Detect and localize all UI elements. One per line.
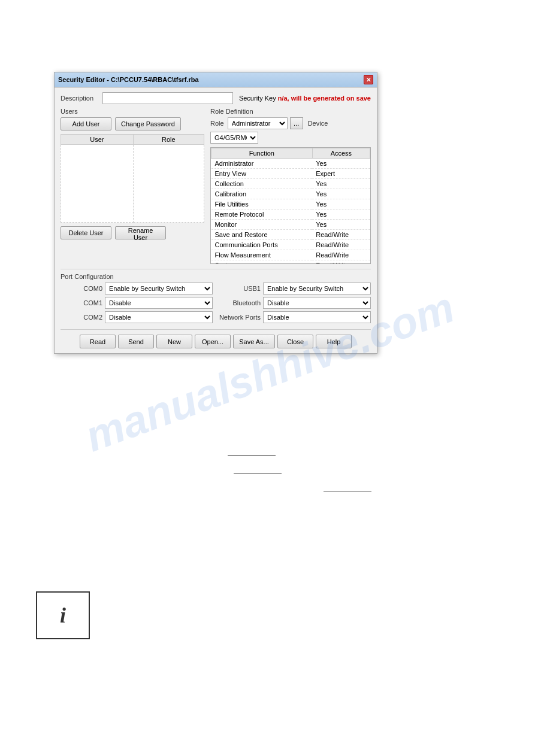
bluetooth-row: Bluetooth Enable by Security SwitchDisab… (219, 297, 371, 309)
access-cell: Read/Write (312, 250, 370, 260)
info-box: i (36, 591, 90, 639)
read-button[interactable]: Read (80, 335, 116, 348)
access-cell: Yes (312, 189, 370, 199)
function-cell: Monitor (211, 220, 313, 230)
role-def-row: Role Administrator ... Device G4/G5/RMC (210, 117, 371, 144)
role-col-header: Role (133, 135, 204, 145)
table-row (61, 145, 204, 223)
usb1-label: USB1 (219, 285, 261, 292)
rename-user-button[interactable]: Rename User (115, 226, 166, 239)
usb1-select[interactable]: Enable by Security SwitchDisableEnable (263, 283, 371, 294)
port-configuration-header: Port Configuration (61, 273, 371, 280)
com1-label: COM1 (61, 299, 102, 306)
help-button[interactable]: Help (316, 335, 352, 348)
save-as-button[interactable]: Save As... (233, 335, 275, 348)
main-columns: Users Add User Change Password User Role (61, 108, 371, 264)
function-row: SystemRead/Write (211, 260, 370, 265)
dialog-titlebar: Security Editor - C:\PCCU7.54\RBAC\tfsrf… (55, 72, 377, 87)
add-user-button[interactable]: Add User (61, 117, 111, 130)
access-cell: Read/Write (312, 230, 370, 240)
com2-row: COM2 Enable by Security SwitchDisableEna… (61, 311, 213, 323)
role-cell (133, 145, 204, 223)
user-buttons: Add User Change Password (61, 117, 204, 130)
dialog-body: Description Security Key n/a, will be ge… (55, 87, 377, 353)
access-cell: Read/Write (312, 260, 370, 265)
action-buttons: Read Send New Open... Save As... Close H… (61, 329, 371, 348)
user-action-buttons: Delete User Rename User (61, 226, 204, 239)
open-button[interactable]: Open... (195, 335, 231, 348)
function-row: AdministratorYes (211, 159, 370, 169)
com0-label: COM0 (61, 285, 102, 292)
usb1-row: USB1 Enable by Security SwitchDisableEna… (219, 283, 371, 294)
function-cell: File Utilities (211, 199, 313, 210)
function-row: CalibrationYes (211, 189, 370, 199)
com1-select[interactable]: Enable by Security SwitchDisableEnable (105, 297, 213, 309)
ellipsis-button[interactable]: ... (290, 117, 303, 129)
function-row: Remote ProtocolYes (211, 210, 370, 220)
role-label: Role (210, 120, 224, 127)
security-key-row: Security Key n/a, will be generated on s… (239, 95, 371, 102)
port-grid: COM0 Enable by Security SwitchDisableEna… (61, 283, 371, 323)
role-select[interactable]: Administrator (228, 117, 288, 129)
function-cell: Communication Ports (211, 240, 313, 250)
function-cell: Calibration (211, 189, 313, 199)
function-cell: Remote Protocol (211, 210, 313, 220)
network-ports-select[interactable]: Enable by Security SwitchDisableEnable (263, 311, 371, 323)
dialog-close-button[interactable]: ✕ (364, 75, 373, 84)
function-table-wrapper: Function Access AdministratorYesEntry Vi… (210, 147, 371, 264)
close-button[interactable]: Close (277, 335, 313, 348)
delete-user-button[interactable]: Delete User (61, 226, 111, 239)
access-cell: Expert (312, 169, 370, 179)
underline-3 (324, 491, 371, 491)
description-input[interactable] (102, 92, 233, 104)
function-row: MonitorYes (211, 220, 370, 230)
access-cell: Yes (312, 159, 370, 169)
function-row: Communication PortsRead/Write (211, 240, 370, 250)
function-row: Flow MeasurementRead/Write (211, 250, 370, 260)
info-icon: i (60, 603, 66, 628)
port-configuration-section: Port Configuration COM0 Enable by Securi… (61, 269, 371, 323)
description-label: Description (61, 95, 102, 102)
dialog-title: Security Editor - C:\PCCU7.54\RBAC\tfsrf… (58, 76, 199, 83)
user-table: User Role (61, 134, 204, 223)
function-cell: Collection (211, 179, 313, 189)
user-cell (61, 145, 134, 223)
underline-1 (228, 455, 276, 456)
access-cell: Yes (312, 199, 370, 210)
network-ports-label: Network Ports (219, 314, 261, 321)
users-header: Users (61, 108, 204, 115)
function-cell: System (211, 260, 313, 265)
access-cell: Yes (312, 210, 370, 220)
network-ports-row: Network Ports Enable by Security SwitchD… (219, 311, 371, 323)
change-password-button[interactable]: Change Password (115, 117, 181, 130)
security-key-value: n/a, will be generated on save (278, 95, 371, 102)
user-col-header: User (61, 135, 134, 145)
role-definition-header: Role Definition (210, 108, 371, 115)
device-select[interactable]: G4/G5/RMC (210, 132, 258, 144)
com2-select[interactable]: Enable by Security SwitchDisableEnable (105, 311, 213, 323)
bluetooth-select[interactable]: Enable by Security SwitchDisableEnable (263, 297, 371, 309)
access-cell: Read/Write (312, 240, 370, 250)
function-row: File UtilitiesYes (211, 199, 370, 210)
function-cell: Administrator (211, 159, 313, 169)
com0-row: COM0 Enable by Security SwitchDisableEna… (61, 283, 213, 294)
function-cell: Save and Restore (211, 230, 313, 240)
security-editor-dialog: Security Editor - C:\PCCU7.54\RBAC\tfsrf… (54, 72, 377, 354)
function-row: Entry ViewExpert (211, 169, 370, 179)
function-cell: Flow Measurement (211, 250, 313, 260)
function-cell: Entry View (211, 169, 313, 179)
users-section: Users Add User Change Password User Role (61, 108, 204, 264)
send-button[interactable]: Send (118, 335, 154, 348)
access-cell: Yes (312, 179, 370, 189)
function-table: Function Access AdministratorYesEntry Vi… (211, 148, 370, 264)
access-col-header: Access (312, 148, 370, 159)
com0-select[interactable]: Enable by Security SwitchDisableEnable (105, 283, 213, 294)
function-col-header: Function (211, 148, 313, 159)
underline-2 (234, 473, 282, 473)
bluetooth-label: Bluetooth (219, 299, 261, 306)
function-row: Save and RestoreRead/Write (211, 230, 370, 240)
security-key-label: Security Key (239, 95, 278, 102)
new-button[interactable]: New (156, 335, 192, 348)
com2-label: COM2 (61, 314, 102, 321)
function-row: CollectionYes (211, 179, 370, 189)
